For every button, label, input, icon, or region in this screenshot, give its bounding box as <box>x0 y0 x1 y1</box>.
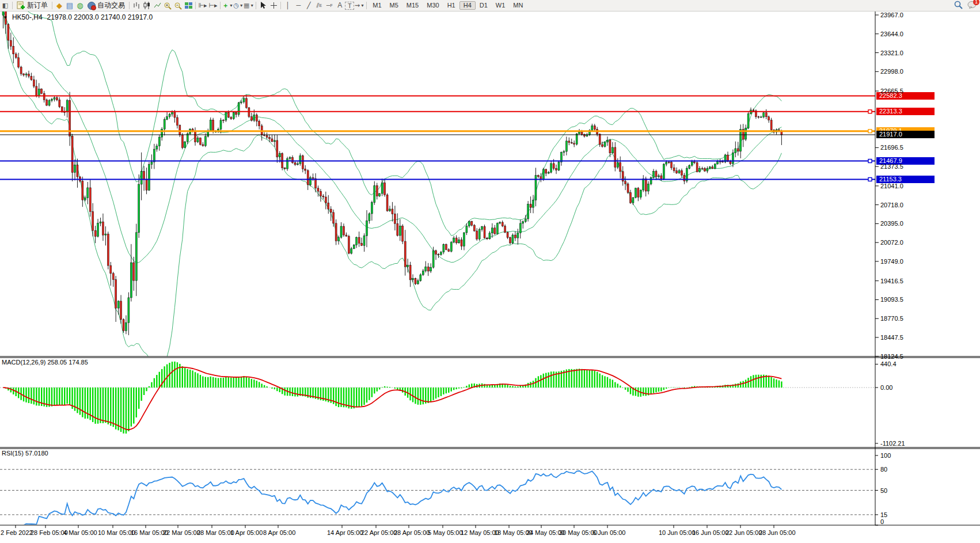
chart-menu-icon[interactable]: ▼ <box>3 15 7 20</box>
level-label[interactable]: 22313.3 <box>876 108 935 115</box>
level-label[interactable]: 22582.3 <box>876 92 935 100</box>
level-label[interactable]: 21153.3 <box>876 176 935 183</box>
chart-canvas[interactable] <box>0 0 980 543</box>
level-label[interactable]: 21979.1 <box>876 127 935 135</box>
level-label[interactable]: 21467.9 <box>876 157 935 165</box>
